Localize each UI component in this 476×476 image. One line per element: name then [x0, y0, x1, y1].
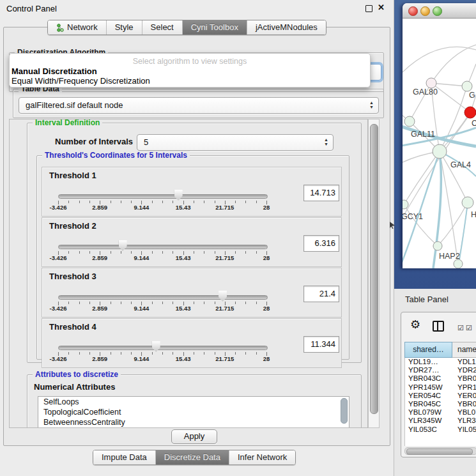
attribute-item[interactable]: SelfLoops — [38, 397, 349, 407]
column-header-name[interactable]: name — [452, 342, 476, 358]
split-view-icon[interactable] — [433, 321, 444, 332]
cell-name[interactable]: YIL053C — [453, 426, 476, 434]
table-hscrollbar[interactable] — [404, 447, 476, 455]
cell-name[interactable]: YDL19 — [453, 358, 476, 366]
column-header-shared-name[interactable]: shared… — [404, 342, 452, 358]
tab-impute-data[interactable]: Impute Data — [93, 450, 156, 464]
tab-network[interactable]: Network — [48, 20, 107, 35]
cell-shared-name[interactable]: YLR345W — [405, 417, 453, 425]
table-row[interactable]: YLR345WYLR345W — [405, 417, 476, 425]
slider-tick — [215, 352, 215, 355]
network-node[interactable] — [433, 242, 442, 250]
slider-tick — [68, 201, 69, 203]
close-traffic-light-icon[interactable] — [408, 6, 418, 16]
cell-shared-name[interactable]: YPR145W — [405, 383, 453, 392]
slider-track[interactable] — [58, 295, 268, 300]
slider-tick-label: -3.426 — [44, 305, 72, 312]
slider-tick — [256, 251, 257, 254]
minimize-traffic-light-icon[interactable] — [420, 6, 430, 16]
slider-track[interactable] — [58, 245, 268, 249]
tab-discretize-data[interactable]: Discretize Data — [156, 450, 229, 464]
network-node[interactable] — [403, 200, 408, 209]
tab-jactivemnodules[interactable]: jActiveMNodules — [247, 20, 326, 35]
network-node[interactable] — [426, 78, 436, 88]
slider-tick — [173, 302, 173, 304]
network-node[interactable] — [433, 144, 447, 158]
threshold-value-field[interactable]: 14.713 — [303, 185, 339, 201]
table-row[interactable]: YPR145WYPR145W — [405, 383, 476, 392]
threshold-value-field[interactable]: 11.344 — [303, 336, 339, 353]
apply-button[interactable]: Apply — [171, 429, 217, 444]
cell-name[interactable]: YPR145W — [453, 383, 476, 392]
table-row[interactable]: YDL19…YDL19 — [405, 358, 476, 366]
checkbox-icon[interactable]: ☑ — [457, 324, 463, 332]
network-edge[interactable] — [403, 47, 476, 79]
cell-name[interactable]: YDR27 — [453, 366, 476, 374]
network-node[interactable] — [462, 197, 473, 208]
cell-name[interactable]: YBR045C — [453, 400, 476, 408]
slider-tick — [173, 352, 173, 355]
cell-name[interactable]: YLR345W — [453, 417, 476, 425]
tab-select[interactable]: Select — [142, 20, 183, 35]
list-scrollbar[interactable] — [341, 398, 348, 424]
slider-tick — [245, 251, 246, 254]
network-edge[interactable] — [431, 45, 476, 83]
slider-tick — [256, 201, 257, 203]
cell-shared-name[interactable]: YDR27… — [405, 366, 453, 374]
cell-name[interactable]: YER054C — [453, 392, 476, 400]
num-intervals-combobox[interactable]: 5 ▲▼ — [137, 134, 334, 151]
hscrollbar-thumb[interactable] — [406, 449, 473, 455]
threshold-value-field[interactable]: 21.4 — [303, 286, 339, 302]
attribute-item[interactable]: BetweennessCentrality — [38, 417, 349, 427]
cell-name[interactable]: YBL079W — [453, 408, 476, 417]
scrollbar-thumb[interactable] — [370, 124, 378, 414]
slider-tick — [152, 201, 153, 203]
zoom-traffic-light-icon[interactable] — [433, 6, 442, 16]
cell-name[interactable]: YBR043C — [453, 374, 476, 383]
slider-thumb[interactable] — [152, 341, 160, 352]
slider-track[interactable] — [58, 194, 268, 199]
cell-shared-name[interactable]: YER054C — [405, 392, 453, 400]
cell-shared-name[interactable]: YIL053C — [405, 426, 453, 434]
attribute-item[interactable]: TopologicalCoefficient — [38, 407, 349, 417]
network-node[interactable] — [464, 107, 476, 118]
float-window-icon[interactable] — [365, 5, 372, 12]
table-row[interactable]: YIL053CYIL053C — [405, 426, 476, 434]
network-node[interactable] — [404, 116, 415, 127]
table-row[interactable]: YBR043CYBR043C — [405, 374, 476, 383]
threshold-value-field[interactable]: 6.316 — [303, 235, 339, 252]
network-node[interactable] — [462, 81, 472, 91]
cell-shared-name[interactable]: YBL079W — [405, 408, 453, 417]
network-canvas[interactable]: GAL80GCGAL11GAL4GCY1HHAP2 — [403, 18, 476, 268]
table-row[interactable]: YBL079WYBL079W — [405, 408, 476, 417]
slider-tick-label: 28 — [252, 355, 280, 362]
network-edge-highlighted[interactable] — [459, 203, 468, 264]
tab-cyni-toolbox[interactable]: Cyni Toolbox — [183, 20, 247, 35]
network-node[interactable] — [454, 259, 463, 268]
cell-shared-name[interactable]: YBR043C — [405, 374, 453, 383]
slider-thumb[interactable] — [119, 240, 127, 251]
table-data-combobox[interactable]: galFiltered.sif default node ▲▼ — [19, 97, 379, 114]
settings-scrollbar[interactable] — [368, 119, 380, 428]
cell-shared-name[interactable]: YBR045C — [405, 400, 453, 408]
table-row[interactable]: YER054CYER054C — [405, 392, 476, 400]
slider-tick-label: 28 — [252, 254, 280, 261]
slider-thumb[interactable] — [174, 190, 183, 201]
slider-tick — [162, 352, 163, 355]
checkbox-icon[interactable]: ☑ — [466, 324, 472, 332]
table-row[interactable]: YBR045CYBR045C — [405, 400, 476, 408]
close-icon[interactable]: ✕ — [378, 3, 385, 12]
slider-tick — [194, 201, 194, 203]
table-row[interactable]: YDR27…YDR27 — [405, 366, 476, 374]
network-window-titlebar[interactable] — [403, 3, 476, 19]
gear-icon[interactable]: ⚙ — [410, 319, 420, 330]
slider-track[interactable] — [58, 346, 268, 350]
numerical-attributes-list[interactable]: SelfLoopsTopologicalCoefficientBetweenne… — [38, 396, 349, 428]
slider-tick — [68, 352, 69, 355]
slider-thumb[interactable] — [219, 291, 227, 302]
dropdown-option-manual[interactable]: Manual Discretization — [12, 66, 97, 76]
tab-infer-network[interactable]: Infer Network — [229, 450, 295, 464]
dropdown-option-equal-width[interactable]: Equal Width/Frequency Discretization — [12, 76, 150, 86]
tab-style[interactable]: Style — [107, 20, 142, 35]
cell-shared-name[interactable]: YDL19… — [405, 358, 453, 366]
